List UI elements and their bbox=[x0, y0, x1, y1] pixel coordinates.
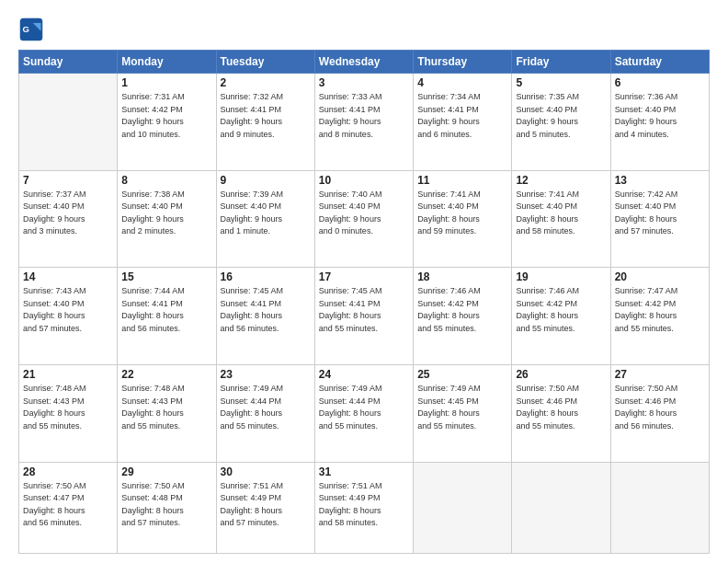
day-info: Sunrise: 7:45 AM Sunset: 4:41 PM Dayligh… bbox=[319, 285, 409, 335]
weekday-header-thursday: Thursday bbox=[414, 51, 512, 74]
day-number: 18 bbox=[417, 270, 507, 283]
day-number: 15 bbox=[121, 270, 211, 283]
day-number: 7 bbox=[23, 174, 113, 187]
weekday-header-saturday: Saturday bbox=[610, 51, 709, 74]
week-row-2: 14Sunrise: 7:43 AM Sunset: 4:40 PM Dayli… bbox=[19, 268, 710, 365]
day-info: Sunrise: 7:34 AM Sunset: 4:41 PM Dayligh… bbox=[417, 91, 507, 141]
calendar-cell: 3Sunrise: 7:33 AM Sunset: 4:41 PM Daylig… bbox=[314, 74, 413, 171]
day-info: Sunrise: 7:41 AM Sunset: 4:40 PM Dayligh… bbox=[417, 189, 507, 238]
day-number: 30 bbox=[221, 465, 311, 478]
calendar-cell: 23Sunrise: 7:49 AM Sunset: 4:44 PM Dayli… bbox=[216, 365, 314, 463]
weekday-header-monday: Monday bbox=[118, 51, 216, 74]
day-number: 20 bbox=[615, 270, 705, 283]
calendar-cell bbox=[414, 462, 512, 553]
day-info: Sunrise: 7:50 AM Sunset: 4:46 PM Dayligh… bbox=[516, 383, 606, 432]
day-info: Sunrise: 7:51 AM Sunset: 4:49 PM Dayligh… bbox=[319, 480, 409, 530]
calendar-cell: 14Sunrise: 7:43 AM Sunset: 4:40 PM Dayli… bbox=[19, 268, 118, 365]
day-info: Sunrise: 7:50 AM Sunset: 4:47 PM Dayligh… bbox=[23, 480, 113, 530]
day-number: 22 bbox=[121, 368, 211, 381]
day-info: Sunrise: 7:44 AM Sunset: 4:41 PM Dayligh… bbox=[121, 285, 211, 335]
calendar-cell: 9Sunrise: 7:39 AM Sunset: 4:40 PM Daylig… bbox=[216, 170, 314, 268]
day-info: Sunrise: 7:50 AM Sunset: 4:48 PM Dayligh… bbox=[121, 480, 211, 530]
day-number: 12 bbox=[516, 174, 606, 187]
day-info: Sunrise: 7:42 AM Sunset: 4:40 PM Dayligh… bbox=[615, 189, 705, 238]
weekday-header-row: SundayMondayTuesdayWednesdayThursdayFrid… bbox=[19, 51, 710, 74]
calendar-cell: 30Sunrise: 7:51 AM Sunset: 4:49 PM Dayli… bbox=[216, 462, 314, 553]
calendar-cell: 2Sunrise: 7:32 AM Sunset: 4:41 PM Daylig… bbox=[216, 74, 314, 171]
day-number: 26 bbox=[516, 368, 606, 381]
calendar-cell: 13Sunrise: 7:42 AM Sunset: 4:40 PM Dayli… bbox=[610, 170, 709, 268]
calendar-cell: 26Sunrise: 7:50 AM Sunset: 4:46 PM Dayli… bbox=[512, 365, 610, 463]
logo: G bbox=[18, 17, 48, 42]
day-info: Sunrise: 7:46 AM Sunset: 4:42 PM Dayligh… bbox=[417, 285, 507, 335]
day-number: 28 bbox=[23, 465, 113, 478]
day-number: 31 bbox=[319, 465, 409, 478]
day-number: 14 bbox=[23, 270, 113, 283]
day-info: Sunrise: 7:31 AM Sunset: 4:42 PM Dayligh… bbox=[121, 91, 211, 141]
week-row-3: 21Sunrise: 7:48 AM Sunset: 4:43 PM Dayli… bbox=[19, 365, 710, 463]
day-info: Sunrise: 7:45 AM Sunset: 4:41 PM Dayligh… bbox=[221, 285, 311, 335]
calendar-page: G SundayMondayTuesdayWednesdayThursdayFr… bbox=[0, 0, 728, 563]
day-number: 3 bbox=[319, 76, 409, 89]
calendar-cell: 27Sunrise: 7:50 AM Sunset: 4:46 PM Dayli… bbox=[610, 365, 709, 463]
day-number: 27 bbox=[615, 368, 705, 381]
day-number: 5 bbox=[516, 76, 606, 89]
weekday-header-tuesday: Tuesday bbox=[216, 51, 314, 74]
day-info: Sunrise: 7:43 AM Sunset: 4:40 PM Dayligh… bbox=[23, 285, 113, 335]
day-number: 6 bbox=[615, 76, 705, 89]
day-info: Sunrise: 7:40 AM Sunset: 4:40 PM Dayligh… bbox=[319, 189, 409, 238]
week-row-4: 28Sunrise: 7:50 AM Sunset: 4:47 PM Dayli… bbox=[19, 462, 710, 553]
day-number: 25 bbox=[417, 368, 507, 381]
calendar-cell: 5Sunrise: 7:35 AM Sunset: 4:40 PM Daylig… bbox=[512, 74, 610, 171]
calendar-cell: 28Sunrise: 7:50 AM Sunset: 4:47 PM Dayli… bbox=[19, 462, 118, 553]
week-row-0: 1Sunrise: 7:31 AM Sunset: 4:42 PM Daylig… bbox=[19, 74, 710, 171]
day-number: 1 bbox=[121, 76, 211, 89]
calendar-cell: 16Sunrise: 7:45 AM Sunset: 4:41 PM Dayli… bbox=[216, 268, 314, 365]
day-info: Sunrise: 7:46 AM Sunset: 4:42 PM Dayligh… bbox=[516, 285, 606, 335]
calendar-cell: 7Sunrise: 7:37 AM Sunset: 4:40 PM Daylig… bbox=[19, 170, 118, 268]
day-info: Sunrise: 7:41 AM Sunset: 4:40 PM Dayligh… bbox=[516, 189, 606, 238]
calendar-cell bbox=[512, 462, 610, 553]
day-number: 4 bbox=[417, 76, 507, 89]
calendar-cell: 22Sunrise: 7:48 AM Sunset: 4:43 PM Dayli… bbox=[118, 365, 216, 463]
day-info: Sunrise: 7:49 AM Sunset: 4:45 PM Dayligh… bbox=[417, 383, 507, 432]
calendar-cell: 8Sunrise: 7:38 AM Sunset: 4:40 PM Daylig… bbox=[118, 170, 216, 268]
day-number: 10 bbox=[319, 174, 409, 187]
weekday-header-wednesday: Wednesday bbox=[314, 51, 413, 74]
day-info: Sunrise: 7:32 AM Sunset: 4:41 PM Dayligh… bbox=[221, 91, 311, 141]
day-number: 29 bbox=[121, 465, 211, 478]
day-info: Sunrise: 7:33 AM Sunset: 4:41 PM Dayligh… bbox=[319, 91, 409, 141]
calendar-cell: 31Sunrise: 7:51 AM Sunset: 4:49 PM Dayli… bbox=[314, 462, 413, 553]
day-number: 8 bbox=[121, 174, 211, 187]
calendar-cell: 6Sunrise: 7:36 AM Sunset: 4:40 PM Daylig… bbox=[610, 74, 709, 171]
day-number: 13 bbox=[615, 174, 705, 187]
calendar-cell: 4Sunrise: 7:34 AM Sunset: 4:41 PM Daylig… bbox=[414, 74, 512, 171]
day-number: 21 bbox=[23, 368, 113, 381]
day-number: 9 bbox=[221, 174, 311, 187]
calendar-cell: 25Sunrise: 7:49 AM Sunset: 4:45 PM Dayli… bbox=[414, 365, 512, 463]
day-number: 16 bbox=[221, 270, 311, 283]
day-info: Sunrise: 7:51 AM Sunset: 4:49 PM Dayligh… bbox=[221, 480, 311, 530]
day-number: 11 bbox=[417, 174, 507, 187]
calendar-cell: 29Sunrise: 7:50 AM Sunset: 4:48 PM Dayli… bbox=[118, 462, 216, 553]
calendar-cell: 12Sunrise: 7:41 AM Sunset: 4:40 PM Dayli… bbox=[512, 170, 610, 268]
calendar-cell: 10Sunrise: 7:40 AM Sunset: 4:40 PM Dayli… bbox=[314, 170, 413, 268]
weekday-header-friday: Friday bbox=[512, 51, 610, 74]
day-number: 19 bbox=[516, 270, 606, 283]
day-info: Sunrise: 7:49 AM Sunset: 4:44 PM Dayligh… bbox=[319, 383, 409, 432]
calendar-cell: 20Sunrise: 7:47 AM Sunset: 4:42 PM Dayli… bbox=[610, 268, 709, 365]
calendar-cell: 19Sunrise: 7:46 AM Sunset: 4:42 PM Dayli… bbox=[512, 268, 610, 365]
day-number: 23 bbox=[221, 368, 311, 381]
calendar-cell: 17Sunrise: 7:45 AM Sunset: 4:41 PM Dayli… bbox=[314, 268, 413, 365]
calendar-cell: 21Sunrise: 7:48 AM Sunset: 4:43 PM Dayli… bbox=[19, 365, 118, 463]
calendar-cell bbox=[610, 462, 709, 553]
calendar-cell: 15Sunrise: 7:44 AM Sunset: 4:41 PM Dayli… bbox=[118, 268, 216, 365]
day-info: Sunrise: 7:48 AM Sunset: 4:43 PM Dayligh… bbox=[23, 383, 113, 432]
day-info: Sunrise: 7:39 AM Sunset: 4:40 PM Dayligh… bbox=[221, 189, 311, 238]
calendar-cell: 24Sunrise: 7:49 AM Sunset: 4:44 PM Dayli… bbox=[314, 365, 413, 463]
calendar-cell: 1Sunrise: 7:31 AM Sunset: 4:42 PM Daylig… bbox=[118, 74, 216, 171]
calendar-cell: 18Sunrise: 7:46 AM Sunset: 4:42 PM Dayli… bbox=[414, 268, 512, 365]
day-info: Sunrise: 7:49 AM Sunset: 4:44 PM Dayligh… bbox=[221, 383, 311, 432]
page-header: G bbox=[18, 17, 710, 42]
day-info: Sunrise: 7:37 AM Sunset: 4:40 PM Dayligh… bbox=[23, 189, 113, 238]
